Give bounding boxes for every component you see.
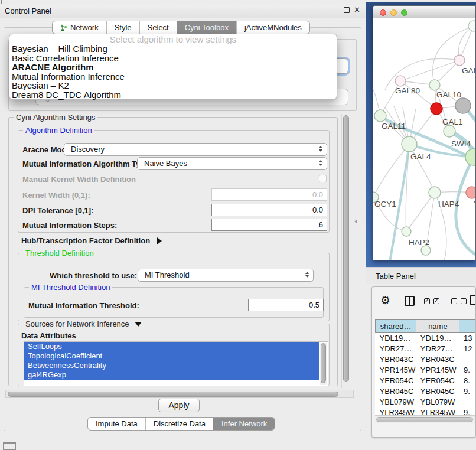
attributes-scrollbar[interactable] <box>320 343 327 385</box>
manual-kernel-checkbox[interactable] <box>319 175 327 182</box>
tab-network[interactable]: Network <box>53 21 106 34</box>
minimize-window-icon[interactable] <box>390 9 397 16</box>
column-header[interactable]: name <box>416 320 459 333</box>
table-cell[interactable]: YBR043C <box>416 354 459 365</box>
table-cell[interactable]: 9. <box>459 365 476 376</box>
table-cell[interactable]: YPR145W <box>416 365 459 376</box>
table-cell[interactable]: 13 <box>459 333 476 344</box>
table-cell[interactable]: YDL19… <box>376 333 416 344</box>
table-horizontal-scrollbar[interactable] <box>375 415 476 423</box>
table-cell[interactable]: YLR345W <box>416 407 459 415</box>
page-icon[interactable] <box>470 295 476 305</box>
algorithm-option[interactable]: Basic Correlation Inference <box>9 54 337 63</box>
algorithm-option[interactable]: Mutual Information Inference <box>9 72 337 81</box>
algorithm-definition-title: Algorithm Definition <box>23 126 94 135</box>
manual-kernel-label: Manual Kernel Width Definition <box>22 175 136 184</box>
collapse-down-icon <box>135 322 142 327</box>
sources-group-title[interactable]: Sources for Network Inference <box>23 319 144 328</box>
apply-button[interactable]: Apply <box>158 399 200 412</box>
mi-algorithm-type-label: Mutual Information Algorithm Type: <box>22 159 152 168</box>
attribute-item[interactable]: BetweennessCentrality <box>24 361 319 370</box>
table-cell[interactable]: 9. <box>459 386 476 397</box>
mi-steps-field[interactable]: 6 <box>211 219 327 231</box>
mi-threshold-field[interactable]: 0.5 <box>248 299 324 311</box>
tab-cyni-toolbox[interactable]: Cyni Toolbox <box>177 21 236 34</box>
combo-arrows-icon <box>319 146 322 152</box>
algorithm-option[interactable]: Dream8 DC_TDC Algorithm <box>9 90 337 100</box>
svg-text:GAL11: GAL11 <box>382 122 406 131</box>
attribute-item[interactable]: TopologicalCoefficient <box>24 351 319 361</box>
network-view-window[interactable]: GALGAL80GAL10GAL1GAL11SWI4GAL4GCY1HAP4YH… <box>373 5 476 260</box>
algorithm-option[interactable]: Bayesian – Hill Climbing <box>9 44 337 54</box>
algorithm-option[interactable]: Bayesian – K2 <box>9 81 337 90</box>
data-attributes-list[interactable]: SelfLoopsTopologicalCoefficientBetweenne… <box>24 341 328 386</box>
svg-text:HAP2: HAP2 <box>409 238 429 247</box>
network-window-titlebar[interactable] <box>373 6 475 18</box>
table-row[interactable]: YDL19…YDL19…13 <box>376 333 476 344</box>
attribute-item[interactable]: gal4RGexp <box>24 370 319 380</box>
table-cell[interactable]: YBR043C <box>376 354 416 365</box>
table-cell[interactable]: YDR27… <box>376 344 416 354</box>
table-cell[interactable] <box>459 397 476 407</box>
hub-definition-expander[interactable]: Hub/Transcription Factor Definition <box>21 236 162 245</box>
table-cell[interactable]: 12 <box>459 344 476 354</box>
tab-style[interactable]: Style <box>106 21 139 34</box>
table-cell[interactable]: YER054C <box>376 376 416 386</box>
table-cell[interactable]: YBR045C <box>376 386 416 397</box>
close-window-icon[interactable] <box>380 9 386 16</box>
mi-algorithm-type-combobox[interactable]: Naive Bayes <box>137 157 327 170</box>
which-threshold-value: MI Threshold <box>145 270 190 279</box>
checked-box-icon[interactable] <box>433 298 439 304</box>
kernel-width-field[interactable]: 0.0 <box>211 188 327 201</box>
table-row[interactable]: YDR27…YDR27…12 <box>376 344 476 354</box>
minimized-panel-icon[interactable] <box>3 442 16 450</box>
dpi-tolerance-field[interactable]: 0.0 <box>211 204 327 216</box>
table-cell[interactable]: 9. <box>459 407 476 415</box>
close-panel-icon[interactable]: ✕ <box>354 5 360 14</box>
table-row[interactable]: YPR145WYPR145W9. <box>376 365 476 376</box>
svg-text:GAL10: GAL10 <box>436 90 461 99</box>
bottom-tab-impute-data[interactable]: Impute Data <box>88 418 145 430</box>
table-row[interactable]: YBL079WYBL079W <box>376 397 476 407</box>
tab-jactivemnodules[interactable]: jActiveMNodules <box>236 21 309 34</box>
float-panel-icon[interactable] <box>344 7 350 13</box>
settings-vertical-scrollbar[interactable] <box>341 114 350 388</box>
node-table[interactable]: shared…nameYDL19…YDL19…13YDR27…YDR27…12Y… <box>375 319 476 415</box>
split-columns-icon[interactable] <box>405 296 415 306</box>
gear-icon[interactable]: ⚙ <box>380 295 390 306</box>
table-cell[interactable]: YDR27… <box>416 344 459 354</box>
settings-horizontal-scrollbar[interactable] <box>5 390 354 398</box>
table-cell[interactable]: YBL079W <box>376 397 416 407</box>
algorithm-dropdown-popup: Select algorithm to view settings Bayesi… <box>9 34 337 100</box>
tab-label: Cyni Toolbox <box>185 23 229 32</box>
zoom-window-icon[interactable] <box>401 9 407 16</box>
unchecked-box-icon[interactable] <box>451 298 457 304</box>
table-row[interactable]: YLR345WYLR345W9. <box>376 407 476 415</box>
table-cell[interactable]: YER054C <box>416 376 459 386</box>
aracne-mode-combobox[interactable]: Discovery <box>64 143 327 156</box>
table-cell[interactable]: YLR345W <box>376 407 416 415</box>
column-header[interactable]: shared… <box>376 320 416 333</box>
algorithm-option[interactable]: ARACNE Algorithm <box>9 63 337 72</box>
table-row[interactable]: YER054CYER054C8. <box>376 376 476 386</box>
split-pane-handle-icon[interactable] <box>354 219 357 224</box>
unchecked-box-icon[interactable] <box>461 298 467 304</box>
bottom-tab-discretize-data[interactable]: Discretize Data <box>145 418 213 430</box>
which-threshold-combobox[interactable]: MI Threshold <box>138 269 314 282</box>
table-row[interactable]: YBR043CYBR043C <box>376 354 476 365</box>
column-header[interactable] <box>459 320 476 333</box>
table-cell[interactable] <box>459 354 476 365</box>
bottom-tab-infer-network[interactable]: Infer Network <box>213 418 275 430</box>
table-row[interactable]: YBR045CYBR045C9. <box>376 386 476 397</box>
table-cell[interactable]: YPR145W <box>376 365 416 376</box>
checked-box-icon[interactable] <box>424 298 430 304</box>
svg-text:HAP4: HAP4 <box>438 200 459 208</box>
attribute-item[interactable]: SelfLoops <box>24 342 319 351</box>
table-cell[interactable]: 8. <box>459 376 476 386</box>
table-cell[interactable]: YDL19… <box>416 333 459 344</box>
table-cell[interactable]: YBR045C <box>416 386 459 397</box>
table-cell[interactable]: YBL079W <box>416 397 459 407</box>
svg-text:Y: Y <box>474 200 476 208</box>
tab-select[interactable]: Select <box>139 21 177 34</box>
network-canvas[interactable]: GALGAL80GAL10GAL1GAL11SWI4GAL4GCY1HAP4YH… <box>373 19 476 260</box>
